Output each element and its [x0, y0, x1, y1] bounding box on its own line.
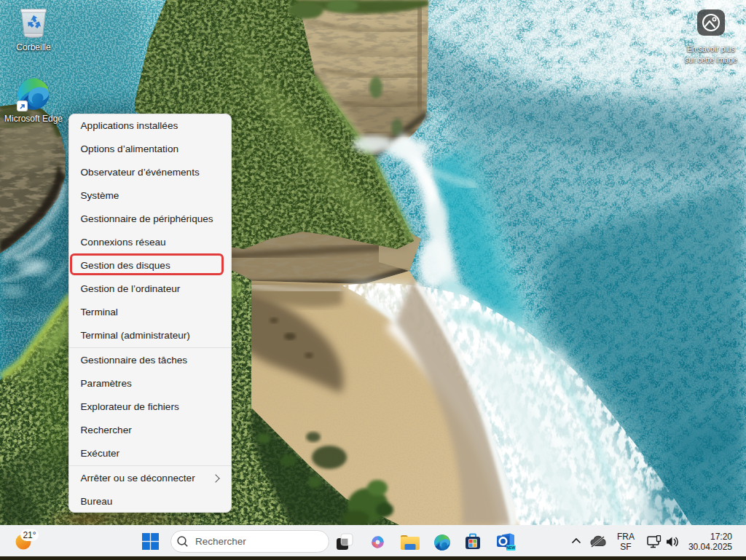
svg-text:21°: 21° [23, 530, 36, 540]
svg-text:NEW: NEW [506, 545, 515, 550]
